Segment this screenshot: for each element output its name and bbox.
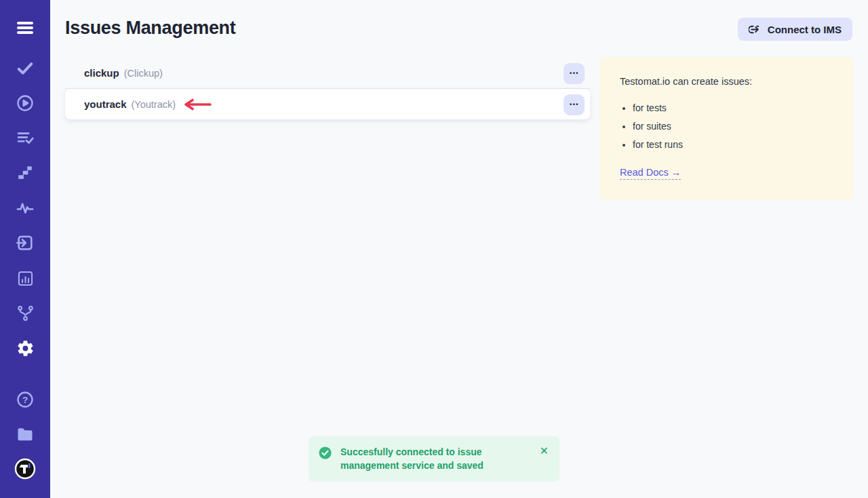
- toast-message: Succesfully connected to issue managemen…: [340, 445, 511, 473]
- gear-icon: [16, 339, 35, 358]
- sidebar-item-projects[interactable]: [0, 423, 50, 445]
- success-check-icon: [319, 446, 332, 462]
- ims-row-youtrack[interactable]: youtrack (Youtrack) •••: [65, 89, 590, 120]
- check-icon: [16, 58, 35, 77]
- sidebar: ?: [0, 0, 50, 498]
- red-left-arrow-annotation: [182, 98, 212, 111]
- ims-name: clickup: [84, 67, 119, 79]
- sidebar-item-steps[interactable]: [0, 162, 50, 184]
- main-content: Issues Management Connect to IMS clickup…: [50, 0, 868, 498]
- list-check-icon: [16, 128, 35, 147]
- sidebar-item-runs[interactable]: [0, 92, 50, 114]
- sidebar-item-test-plans[interactable]: [0, 127, 50, 149]
- sidebar-item-tests[interactable]: [0, 57, 50, 79]
- bar-chart-icon: [16, 269, 35, 288]
- row-menu-button[interactable]: •••: [564, 63, 585, 84]
- info-bullet: for suites: [633, 121, 833, 132]
- folder-icon: [16, 425, 35, 444]
- question-circle-icon: ?: [16, 390, 35, 409]
- read-docs-link[interactable]: Read Docs →: [620, 167, 681, 180]
- pulse-icon: [16, 199, 35, 218]
- info-box-title: Testomat.io can create issues:: [620, 76, 833, 87]
- sidebar-item-pulse[interactable]: [0, 197, 50, 219]
- sidebar-item-settings[interactable]: [0, 337, 50, 359]
- testomat-logo[interactable]: [0, 458, 50, 480]
- info-bullet: for tests: [633, 102, 833, 113]
- hamburger-menu-button[interactable]: [0, 17, 50, 39]
- connect-button-label: Connect to IMS: [768, 24, 842, 35]
- sidebar-item-branches[interactable]: [0, 302, 50, 324]
- ims-list: clickup (Clickup) ••• youtrack (Youtrack…: [65, 58, 590, 120]
- stairs-icon: [16, 164, 34, 182]
- branch-icon: [16, 304, 35, 322]
- question-glyph: ?: [22, 395, 28, 405]
- sidebar-item-analytics[interactable]: [0, 267, 50, 289]
- ims-provider: (Youtrack): [132, 99, 176, 110]
- ims-provider: (Clickup): [124, 68, 163, 79]
- info-bullet: for test runs: [633, 139, 833, 150]
- logo-icon: [14, 458, 36, 480]
- ims-name: youtrack: [84, 98, 127, 110]
- play-circle-icon: [16, 94, 35, 113]
- sign-in-icon: [16, 233, 35, 252]
- connect-to-ims-button[interactable]: Connect to IMS: [738, 18, 852, 41]
- info-box: Testomat.io can create issues: for tests…: [599, 57, 853, 200]
- sidebar-item-help[interactable]: ?: [0, 389, 50, 410]
- success-toast: Succesfully connected to issue managemen…: [309, 436, 559, 482]
- info-bullet-list: for tests for suites for test runs: [633, 102, 833, 150]
- ims-row-clickup[interactable]: clickup (Clickup) •••: [65, 58, 590, 89]
- row-menu-button[interactable]: •••: [564, 94, 585, 115]
- hamburger-icon: [15, 20, 35, 36]
- sidebar-item-import[interactable]: [0, 232, 50, 254]
- toast-close-button[interactable]: ✕: [540, 446, 549, 457]
- page-title: Issues Management: [65, 18, 236, 39]
- issues-management-page: ? Issues Management Connect to IMS cli: [0, 0, 868, 498]
- link-icon: [749, 24, 762, 35]
